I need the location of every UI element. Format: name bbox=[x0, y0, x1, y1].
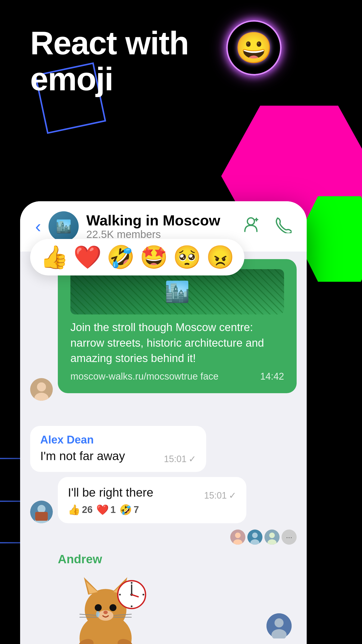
banner-image: 🏙️ bbox=[70, 269, 284, 314]
reaction-picker[interactable]: 👍 ❤️ 🤣 🤩 🥺 😠 bbox=[30, 239, 244, 275]
svg-point-2 bbox=[37, 382, 46, 391]
svg-point-44 bbox=[143, 594, 144, 595]
reaction-pleading[interactable]: 🥺 bbox=[173, 244, 201, 270]
banner-message-container: 👍 ❤️ 🤣 🤩 🥺 😠 bbox=[30, 259, 297, 401]
reaction-rofl-count[interactable]: 🤣 7 bbox=[119, 504, 139, 516]
alex-time: 15:01 bbox=[164, 454, 187, 464]
banner-time: 14:42 bbox=[260, 370, 284, 383]
banner-bubble: 🏙️ Join the stroll though Moscow centre:… bbox=[58, 259, 297, 393]
svg-point-15 bbox=[269, 533, 275, 538]
right-there-tick: ✓ bbox=[229, 490, 236, 501]
reaction-rofl[interactable]: 🤣 bbox=[107, 244, 135, 270]
svg-point-26 bbox=[95, 604, 102, 611]
sender-avatar-banner bbox=[30, 378, 53, 401]
group-members: 22.5K members bbox=[86, 228, 236, 240]
alex-name: Alex Dean bbox=[40, 433, 196, 446]
call-button[interactable] bbox=[274, 216, 292, 237]
cat-sticker bbox=[58, 569, 153, 644]
svg-point-0 bbox=[247, 218, 254, 225]
hero-line2: emoji bbox=[30, 61, 189, 97]
banner-text: Join the stroll though Moscow centre: na… bbox=[70, 319, 284, 366]
alex-tick: ✓ bbox=[189, 454, 196, 464]
seen-avatar-2 bbox=[247, 530, 262, 545]
sticker-container: 🤣 6 bbox=[58, 569, 194, 644]
back-button[interactable]: ‹ bbox=[35, 218, 41, 235]
right-there-msg-row: I'll be right there 15:01 ✓ 👍 26 ❤️ bbox=[30, 477, 297, 523]
andrew-sender-label: Andrew bbox=[58, 552, 297, 566]
reaction-heart-count[interactable]: ❤️ 1 bbox=[96, 504, 116, 516]
heart-emoji: ❤️ bbox=[96, 504, 109, 516]
hero-text: React with emoji bbox=[30, 25, 189, 97]
reaction-stareyes[interactable]: 🤩 bbox=[140, 244, 168, 270]
svg-point-46 bbox=[275, 618, 284, 627]
rofl-emoji: 🤣 bbox=[119, 504, 132, 516]
add-member-button[interactable] bbox=[244, 216, 261, 237]
right-there-bubble-container: I'll be right there 15:01 ✓ 👍 26 ❤️ bbox=[58, 477, 297, 523]
seen-avatar-1 bbox=[230, 530, 245, 545]
thumbsup-emoji: 👍 bbox=[68, 504, 80, 516]
heart-count: 1 bbox=[110, 504, 116, 515]
reaction-thumbsup-count[interactable]: 👍 26 bbox=[68, 504, 93, 516]
reaction-angry[interactable]: 😠 bbox=[206, 244, 234, 270]
banner-msg-row: 🏙️ Join the stroll though Moscow centre:… bbox=[30, 259, 297, 401]
rofl-count: 7 bbox=[133, 504, 139, 515]
chat-info: Walking in Moscow 22.5K members bbox=[86, 212, 236, 240]
right-there-bubble: I'll be right there 15:01 ✓ 👍 26 ❤️ bbox=[58, 477, 246, 523]
sticker-row: 🤣 6 bbox=[30, 569, 297, 644]
svg-point-9 bbox=[235, 533, 241, 538]
group-name: Walking in Moscow bbox=[86, 212, 236, 228]
alex-bubble: Alex Dean I'm not far away 15:01 ✓ bbox=[30, 426, 206, 472]
seen-row: ··· bbox=[30, 530, 297, 545]
thumbsup-count: 26 bbox=[82, 504, 93, 515]
alex-dean-message: Alex Dean I'm not far away 15:01 ✓ bbox=[30, 426, 297, 472]
reaction-thumbsup[interactable]: 👍 bbox=[40, 244, 68, 270]
seen-avatar-3 bbox=[264, 530, 280, 545]
header-actions bbox=[244, 216, 292, 237]
svg-point-27 bbox=[110, 604, 117, 611]
emoji-face-decoration: 😀 bbox=[226, 20, 282, 75]
svg-point-12 bbox=[252, 533, 258, 538]
my-avatar bbox=[266, 613, 292, 638]
seen-more[interactable]: ··· bbox=[282, 530, 297, 545]
alex-text: I'm not far away bbox=[40, 448, 125, 464]
svg-point-5 bbox=[37, 505, 46, 513]
sender-avatar-right bbox=[30, 501, 53, 523]
banner-link: moscow-walks.ru/mocsowtrue face bbox=[70, 370, 218, 383]
svg-point-42 bbox=[131, 605, 132, 607]
group-avatar-image: 🏙️ bbox=[49, 211, 79, 242]
reaction-bar: 👍 26 ❤️ 1 🤣 7 bbox=[68, 504, 236, 516]
chat-window: ‹ 🏙️ Walking in Moscow 22.5K members bbox=[20, 201, 307, 644]
svg-rect-7 bbox=[35, 512, 48, 521]
svg-point-34 bbox=[96, 611, 100, 617]
reaction-heart[interactable]: ❤️ bbox=[73, 244, 102, 270]
chat-body: 👍 ❤️ 🤣 🤩 🥺 😠 bbox=[20, 252, 307, 644]
right-there-text: I'll be right there bbox=[68, 485, 153, 501]
group-avatar: 🏙️ bbox=[49, 211, 79, 242]
hero-line1: React with bbox=[30, 25, 189, 61]
svg-point-43 bbox=[119, 594, 121, 595]
svg-point-29 bbox=[103, 611, 108, 614]
svg-point-41 bbox=[131, 582, 132, 584]
right-there-time: 15:01 bbox=[204, 490, 227, 501]
